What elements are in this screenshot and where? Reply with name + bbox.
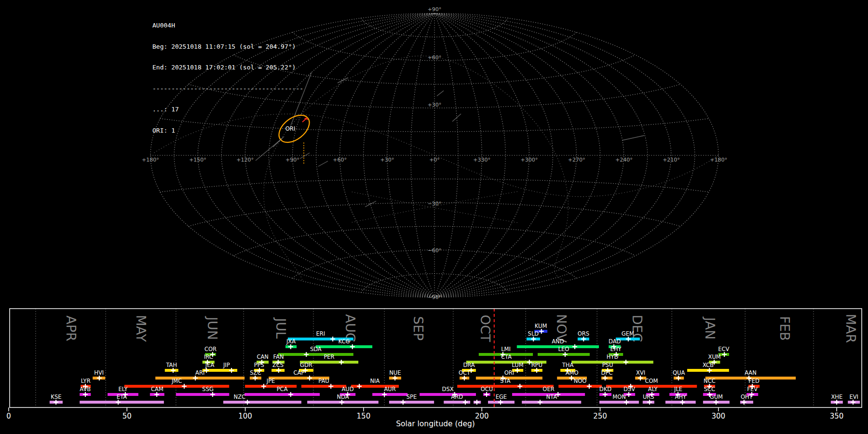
shower-label: LYR xyxy=(81,378,91,384)
shower-label: NDA xyxy=(337,393,349,400)
shower-label: DSV xyxy=(624,386,635,393)
month-label: JAN xyxy=(703,316,718,339)
map-extra-curve xyxy=(352,192,518,223)
dec-axis-label: +30° xyxy=(428,102,442,108)
activity-chart: APRMAYJUNJULAUGSEPOCTNOVDECJANFEBMARKUME… xyxy=(6,309,862,428)
ra-axis-label: +240° xyxy=(615,157,633,163)
shower-label: ALY xyxy=(648,386,658,393)
axis-tick-label: 150 xyxy=(357,412,371,420)
map-grid-meridian xyxy=(434,14,648,298)
shower-label: XCB xyxy=(703,362,714,368)
shower-label: OCT xyxy=(459,369,471,376)
shower-label: XVI xyxy=(636,369,645,376)
meteor-streak xyxy=(452,114,461,122)
axis-tick-label: 300 xyxy=(711,412,725,420)
shower-label: NZC xyxy=(234,393,246,400)
shower-label: NUE xyxy=(389,369,401,376)
shower-label: CTA xyxy=(501,353,512,360)
shower-bar xyxy=(301,385,346,388)
shower-label: JXA xyxy=(286,338,296,345)
shower-label: THA xyxy=(562,362,574,368)
shower-label: COM xyxy=(645,378,658,384)
shower-label: QUA xyxy=(673,369,685,376)
shower-label: DPC xyxy=(601,369,613,376)
shower-bar xyxy=(80,401,164,404)
shower-label: NCC xyxy=(704,378,716,384)
shower-label: JIP xyxy=(223,362,230,368)
shower-label: JMC xyxy=(171,378,182,384)
dec-axis-label: +60° xyxy=(428,54,442,61)
shower-label: NIA xyxy=(370,378,380,384)
month-label: OCT xyxy=(478,315,493,342)
shower-label: GDR xyxy=(300,362,312,368)
shower-label: EHY xyxy=(610,346,622,353)
month-label: MAY xyxy=(134,315,149,342)
meteor-streak xyxy=(318,161,328,166)
dec-axis-label: −30° xyxy=(428,201,442,207)
month-label: JUL xyxy=(273,317,288,339)
shower-label: PAU xyxy=(318,378,329,384)
shower-bar xyxy=(599,401,639,404)
dec-axis-label: +90° xyxy=(428,6,442,13)
shower-label: STA xyxy=(500,378,510,384)
shower-label: SCC xyxy=(704,386,715,393)
ra-axis-label: +0° xyxy=(429,157,440,163)
shower-label: SZC xyxy=(250,369,261,376)
shower-label: XHE xyxy=(831,393,842,400)
shower-bar xyxy=(155,377,244,380)
shower-label: AAN xyxy=(745,369,757,376)
shower-bar xyxy=(278,353,353,356)
shower-bar xyxy=(245,385,297,388)
shower-label: FEV xyxy=(747,386,758,393)
shower-label: TAH xyxy=(165,362,177,368)
axis-title: Solar longitude (deg) xyxy=(396,420,475,428)
ra-axis-label: +120° xyxy=(236,157,254,163)
observation-end: End: 20251018 17:02:01 (sol = 205.22°) xyxy=(152,64,303,71)
shower-label: ZCS xyxy=(272,362,284,368)
shower-label: OHY xyxy=(741,393,753,400)
shower-bar xyxy=(522,401,581,404)
shower-label: JEA xyxy=(205,362,215,368)
shower-label: RPU xyxy=(531,362,542,368)
axis-tick-label: 50 xyxy=(122,412,132,420)
axis-tick-label: 350 xyxy=(830,412,844,420)
plot-canvas: +180°+150°+120°+90°+60°+30°+0°+330°+300°… xyxy=(0,0,868,434)
shower-label: GUM xyxy=(710,393,723,400)
shower-bar xyxy=(244,393,320,396)
shower-label: AND xyxy=(552,338,564,345)
ra-axis-label: +300° xyxy=(521,157,538,163)
shower-label: ETA xyxy=(117,393,127,400)
observation-info: AU004H Beg: 20251018 11:07:15 (sol = 204… xyxy=(152,8,303,148)
ra-axis-label: +150° xyxy=(189,157,206,163)
shower-label: SDA xyxy=(310,346,322,353)
shower-label: CAP xyxy=(294,369,305,376)
shower-label: FED xyxy=(748,378,760,384)
shower-label: ECV xyxy=(718,346,729,353)
shower-label: OCU xyxy=(481,386,493,393)
sporadic-count: ...: 17 xyxy=(152,106,303,113)
month-label: SEP xyxy=(411,316,426,340)
shower-label: ELY xyxy=(118,386,128,393)
shower-label: HVI xyxy=(94,369,104,376)
shower-label: KUM xyxy=(535,323,547,329)
shower-bar xyxy=(457,385,554,388)
shower-bar xyxy=(558,385,602,388)
shower-bar xyxy=(176,393,229,396)
shower-label: AHY xyxy=(675,393,687,400)
shower-label: NOO xyxy=(574,378,587,384)
map-extra-curve xyxy=(352,191,518,222)
observation-begin: Beg: 20251018 11:07:15 (sol = 204.97°) xyxy=(152,43,303,51)
shower-label: AMO xyxy=(566,369,579,376)
month-label: MAR xyxy=(843,314,858,343)
meteor-streak xyxy=(437,91,444,96)
shower-label: DSX xyxy=(442,386,454,393)
shower-label: KSE xyxy=(51,393,61,400)
axis-tick-label: 250 xyxy=(593,412,607,420)
shower-bar xyxy=(316,345,372,348)
shower-label: IRC xyxy=(204,353,213,360)
shower-label: SSG xyxy=(202,386,214,393)
month-label: JUN xyxy=(205,316,220,340)
shower-count: ORI: 1 xyxy=(152,127,303,135)
shower-label: CAM xyxy=(151,386,163,393)
shower-label: DRA xyxy=(463,362,475,368)
